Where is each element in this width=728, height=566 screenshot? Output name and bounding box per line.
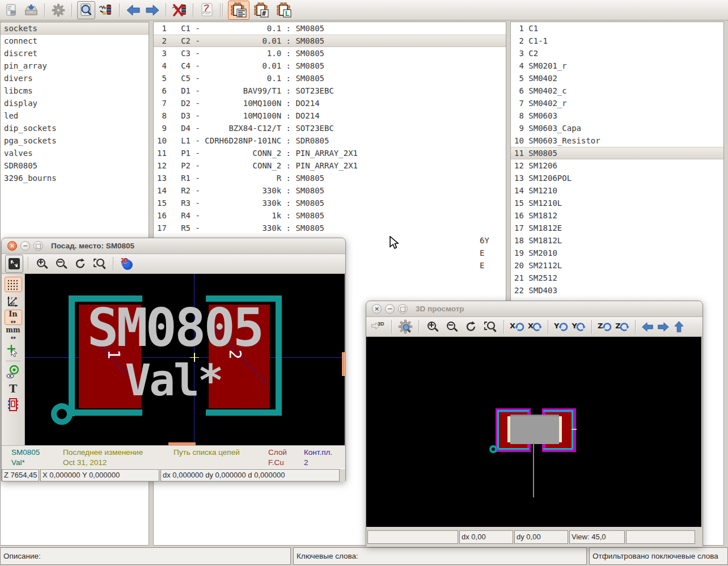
- zoom-auto-button[interactable]: [5, 255, 23, 273]
- footprint-row[interactable]: 5 SM0402: [511, 72, 723, 85]
- footprint-row[interactable]: 22 SMD403: [511, 284, 723, 297]
- rotate-x-neg-button[interactable]: X: [510, 322, 524, 332]
- footprint-row[interactable]: 14 SM1210: [511, 184, 723, 197]
- library-row[interactable]: discret: [1, 47, 149, 60]
- filter-by-keyword-button[interactable]: [228, 1, 249, 20]
- units-inches-button[interactable]: In ↔: [5, 310, 22, 325]
- library-row[interactable]: connect: [1, 35, 149, 47]
- rotate-y-pos-button[interactable]: Y: [572, 322, 586, 332]
- library-row[interactable]: valves: [1, 147, 149, 159]
- polar-coords-button[interactable]: r φ: [5, 293, 22, 309]
- open-netlist-button[interactable]: [3, 2, 20, 19]
- previous-button[interactable]: [125, 2, 142, 19]
- component-row[interactable]: 2 C2 - 0.01 : SM0805: [154, 35, 506, 47]
- redraw-button[interactable]: [72, 255, 89, 272]
- footprint-row[interactable]: 2 C1-1: [511, 35, 723, 47]
- library-row[interactable]: libcms: [1, 85, 149, 97]
- redraw-button[interactable]: [463, 318, 480, 335]
- show-text-button[interactable]: T: [5, 381, 22, 396]
- footprint-row[interactable]: 1 C1: [511, 22, 723, 35]
- reload-3d-button[interactable]: 3D: [370, 318, 387, 335]
- show-footprint-button[interactable]: [5, 397, 22, 412]
- component-row[interactable]: 9 D4 - BZX84-C12/T : SOT23EBC: [154, 122, 506, 134]
- footprint-row[interactable]: 20 SM2112L: [511, 259, 723, 272]
- library-row[interactable]: display: [1, 97, 149, 109]
- library-row[interactable]: dip_sockets: [1, 122, 149, 134]
- zoom-fit-button[interactable]: [482, 318, 499, 335]
- footprint-viewer-titlebar[interactable]: × − □ Посад. место: SM0805: [2, 238, 345, 254]
- maximize-icon[interactable]: □: [398, 304, 408, 314]
- footprint-row[interactable]: 7 SM0402_r: [511, 97, 723, 109]
- library-row[interactable]: pga_sockets: [1, 134, 149, 147]
- grid-toggle-button[interactable]: [5, 277, 22, 292]
- auto-associate-button[interactable]: [98, 2, 115, 19]
- component-row[interactable]: 17 R5 - 330k : SM0805: [154, 222, 506, 234]
- filter-by-library-button[interactable]: L: [274, 1, 295, 19]
- zoom-out-button[interactable]: [53, 255, 70, 272]
- move-right-button[interactable]: [657, 318, 670, 335]
- footprint-row[interactable]: 15 SM1210L: [511, 197, 723, 209]
- export-pdf-button[interactable]: PDF: [198, 2, 215, 19]
- cursor-shape-button[interactable]: [5, 343, 22, 358]
- component-row[interactable]: 10 L1 - CDRH6D28NP-101NC : SDR0805: [154, 134, 506, 147]
- 3d-settings-button[interactable]: [397, 318, 414, 335]
- save-association-button[interactable]: [23, 2, 40, 19]
- component-row[interactable]: 15 R3 - 330k : SM0805: [154, 197, 506, 209]
- show-pads-button[interactable]: [5, 364, 22, 379]
- component-row[interactable]: 4 C4 - 0.01 : SM0805: [154, 60, 506, 72]
- footprint-row[interactable]: 4 SM0201_r: [511, 60, 723, 72]
- footprint-canvas[interactable]: SM0805 Val* 1 2: [25, 274, 345, 445]
- footprint-row[interactable]: 21 SM2512: [511, 272, 723, 284]
- minimize-icon[interactable]: −: [385, 304, 395, 314]
- component-row[interactable]: 6 D1 - BAV99/T1 : SOT23EBC: [154, 85, 506, 97]
- units-mm-button[interactable]: mm ↔: [5, 326, 22, 341]
- footprint-row[interactable]: 19 SM2010: [511, 247, 723, 259]
- component-row[interactable]: 11 P1 - CONN_2 : PIN_ARRAY_2X1: [154, 147, 506, 159]
- rotate-x-pos-button[interactable]: X: [528, 322, 543, 332]
- component-row[interactable]: 7 D2 - 10MQ100N : DO214: [154, 97, 506, 109]
- component-row[interactable]: 8 D3 - 10MQ100N : DO214: [154, 109, 506, 122]
- maximize-icon[interactable]: □: [33, 241, 43, 251]
- footprint-row[interactable]: 13 SM1206POL: [511, 172, 723, 184]
- config-button[interactable]: [50, 2, 67, 19]
- library-row[interactable]: SDR0805: [1, 159, 149, 172]
- move-left-button[interactable]: [641, 318, 654, 335]
- library-row[interactable]: 3296_bourns: [1, 172, 149, 184]
- component-row[interactable]: 12 P2 - CONN_2 : PIN_ARRAY_2X1: [154, 159, 506, 172]
- library-row[interactable]: divers: [1, 72, 149, 85]
- filter-by-pincount-button[interactable]: #: [252, 1, 272, 19]
- view-footprint-button[interactable]: [77, 1, 95, 19]
- component-row[interactable]: 16 R4 - 1k : SM0805: [154, 209, 506, 222]
- zoom-in-button[interactable]: [33, 255, 50, 272]
- rotate-z-neg-button[interactable]: Z: [598, 322, 612, 332]
- zoom-out-button[interactable]: [443, 318, 460, 335]
- zoom-in-button[interactable]: [424, 318, 441, 335]
- footprint-row[interactable]: 6 SM0402_c: [511, 85, 723, 97]
- footprint-row[interactable]: 10 SM0603_Resistor: [511, 134, 723, 147]
- component-row[interactable]: 5 C5 - 0.1 : SM0805: [154, 72, 506, 85]
- footprint-row[interactable]: 11 SM0805: [511, 147, 723, 159]
- footprint-row[interactable]: 17 SM1812E: [511, 222, 723, 234]
- footprint-row[interactable]: 3 C2: [511, 47, 723, 60]
- footprint-row[interactable]: 9 SM0603_Capa: [511, 122, 723, 134]
- component-row[interactable]: 13 R1 - R : SM0805: [154, 172, 506, 184]
- component-row[interactable]: 1 C1 - 0.1 : SM0805: [154, 22, 506, 35]
- library-row[interactable]: sockets: [1, 22, 149, 35]
- minimize-icon[interactable]: −: [20, 241, 30, 251]
- 3d-canvas[interactable]: [366, 337, 701, 527]
- zoom-fit-button[interactable]: [91, 255, 108, 272]
- 3d-viewer-titlebar[interactable]: × − □ 3D просмотр: [366, 301, 702, 317]
- next-button[interactable]: [144, 2, 161, 19]
- vertical-scroll-thumb[interactable]: [342, 352, 345, 376]
- close-icon[interactable]: ×: [372, 304, 382, 314]
- component-row[interactable]: 3 C3 - 1.0 : SM0805: [154, 47, 506, 60]
- library-row[interactable]: led: [1, 109, 149, 122]
- footprint-row[interactable]: 16 SM1812: [511, 209, 723, 222]
- show-3d-button[interactable]: 3D: [118, 255, 136, 272]
- close-icon[interactable]: ×: [7, 241, 17, 251]
- move-up-button[interactable]: [672, 318, 686, 335]
- footprint-row[interactable]: 12 SM1206: [511, 159, 723, 172]
- library-row[interactable]: pin_array: [1, 60, 149, 72]
- footprint-row[interactable]: 18 SM1812L: [511, 234, 723, 247]
- component-row[interactable]: 14 R2 - 330k : SM0805: [154, 184, 506, 197]
